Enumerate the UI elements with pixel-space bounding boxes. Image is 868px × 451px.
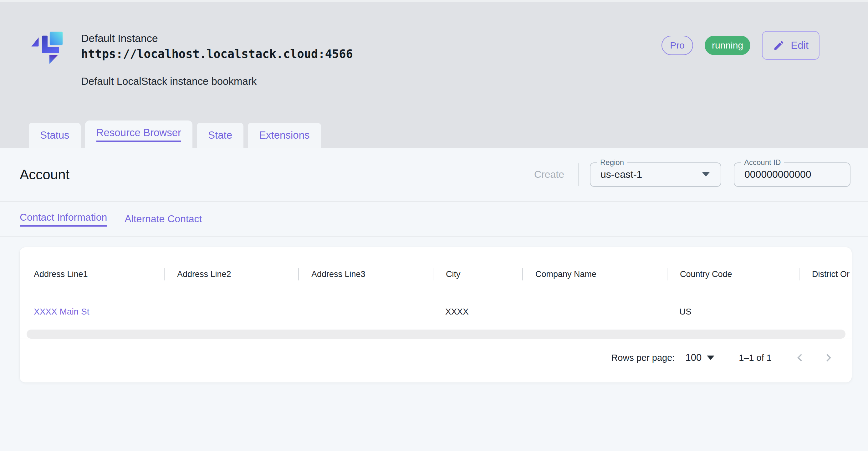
cell-country-code: US <box>667 307 799 317</box>
rows-per-page-label: Rows per page: <box>611 353 675 363</box>
address-line1-link[interactable]: XXXX Main St <box>34 307 89 317</box>
instance-title: Default Instance <box>81 32 353 44</box>
tab-state[interactable]: State <box>197 123 243 148</box>
resource-browser-panel: Account Create Region us-east-1 Account … <box>0 148 868 451</box>
chevron-right-icon <box>821 350 836 365</box>
rows-per-page-value: 100 <box>685 352 702 363</box>
arrow-drop-down-icon <box>707 356 714 360</box>
instance-header: Default Instance https://localhost.local… <box>30 29 353 87</box>
account-subtabs: Contact Information Alternate Contact <box>0 202 868 237</box>
status-badge: running <box>705 36 750 55</box>
column-header-company-name: Company Name <box>522 268 667 280</box>
instance-tabs: Status Resource Browser State Extensions <box>29 120 321 148</box>
column-header-city: City <box>433 268 522 280</box>
column-header-address-line3: Address Line3 <box>298 268 433 280</box>
horizontal-scrollbar-track <box>20 330 852 339</box>
column-header-address-line1: Address Line1 <box>20 268 164 280</box>
contact-information-table-card: Address Line1 Address Line2 Address Line… <box>20 247 852 383</box>
column-header-district: District Or <box>799 268 852 280</box>
create-button[interactable]: Create <box>534 169 564 180</box>
rows-per-page-select[interactable]: 100 <box>685 352 714 363</box>
subtab-alternate-contact[interactable]: Alternate Contact <box>125 213 202 225</box>
column-header-country-code: Country Code <box>667 268 799 280</box>
resource-controls: Create Region us-east-1 Account ID 00000… <box>534 162 850 187</box>
region-select-value: us-east-1 <box>600 169 642 180</box>
next-page-button[interactable] <box>821 350 836 365</box>
pagination-range: 1–1 of 1 <box>739 353 772 363</box>
table-header-row: Address Line1 Address Line2 Address Line… <box>20 267 852 281</box>
table-pagination: Rows per page: 100 1–1 of 1 <box>20 342 852 373</box>
instance-url: https://localhost.localstack.cloud:4566 <box>81 47 353 61</box>
table-row: XXXX Main St XXXX US <box>20 305 852 318</box>
instance-subtitle: Default LocalStack instance bookmark <box>81 76 353 87</box>
region-select-label: Region <box>597 158 627 167</box>
cell-city: XXXX <box>433 307 522 317</box>
column-header-address-line2: Address Line2 <box>164 268 298 280</box>
account-id-field[interactable]: Account ID 000000000000 <box>734 162 850 187</box>
region-select[interactable]: Region us-east-1 <box>590 162 721 187</box>
subtab-contact-information[interactable]: Contact Information <box>20 212 107 227</box>
chevron-left-icon <box>792 350 807 365</box>
previous-page-button[interactable] <box>792 350 807 365</box>
localstack-logo-icon <box>30 29 64 65</box>
edit-button-label: Edit <box>791 39 809 51</box>
tab-resource-browser[interactable]: Resource Browser <box>85 120 192 148</box>
tab-status[interactable]: Status <box>29 123 81 148</box>
horizontal-scrollbar-thumb[interactable] <box>27 330 845 339</box>
account-id-label: Account ID <box>741 158 784 167</box>
arrow-drop-down-icon <box>702 172 710 177</box>
page-title: Account <box>20 167 69 182</box>
pro-badge: Pro <box>661 36 693 55</box>
account-id-value: 000000000000 <box>744 169 811 180</box>
controls-divider <box>578 163 579 186</box>
tab-extensions[interactable]: Extensions <box>248 123 321 148</box>
window-top-edge <box>0 0 868 2</box>
pencil-icon <box>773 39 785 51</box>
resource-header-bar: Account Create Region us-east-1 Account … <box>0 148 868 202</box>
header-badges: Pro running Edit <box>661 31 819 60</box>
edit-button[interactable]: Edit <box>762 31 819 60</box>
